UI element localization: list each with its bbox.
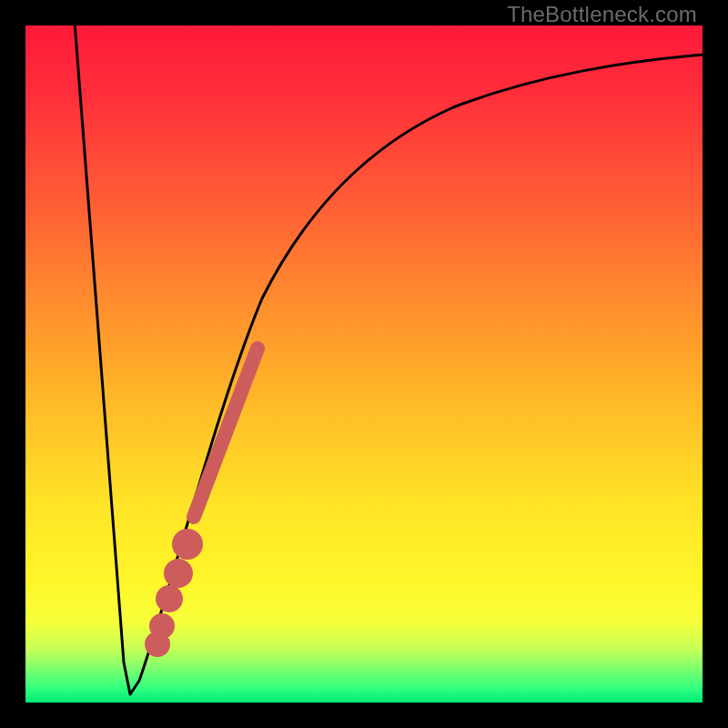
svg-point-5 [157,621,167,632]
bottleneck-curve-left [73,0,139,694]
watermark-text: TheBottleneck.com [507,2,697,27]
svg-point-4 [152,639,163,650]
svg-line-0 [194,349,258,517]
chart-frame: TheBottleneck.com [0,0,728,728]
svg-point-2 [171,566,186,581]
highlight-segment [152,349,258,650]
svg-point-3 [179,536,196,552]
svg-point-1 [163,592,176,605]
curve-layer [25,25,703,703]
bottleneck-curve-right [139,53,726,681]
plot-area: TheBottleneck.com [25,25,703,703]
